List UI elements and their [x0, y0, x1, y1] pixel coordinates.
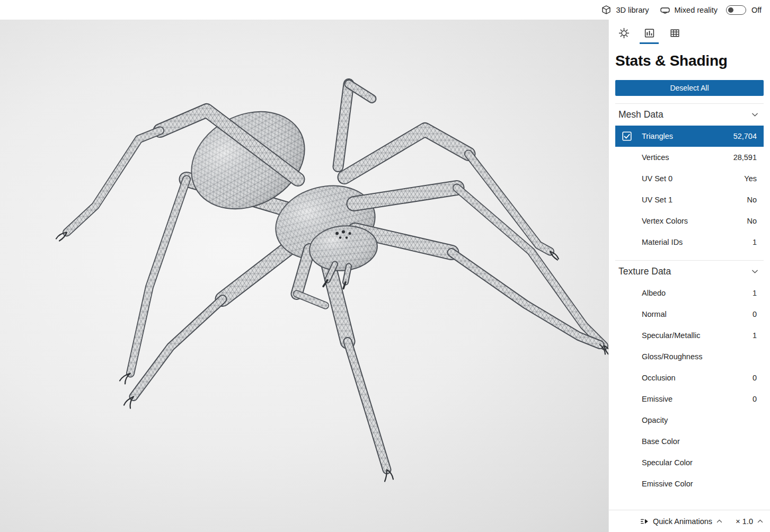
- stat-row-vertex-colors[interactable]: Vertex ColorsNo: [615, 210, 764, 232]
- playback-speed-button[interactable]: × 1.0: [734, 515, 765, 528]
- mixed-reality-icon: [660, 5, 670, 15]
- 3d-library-button[interactable]: 3D library: [596, 2, 654, 19]
- tab-grid[interactable]: [665, 24, 684, 44]
- stat-row-emissive-color[interactable]: Emissive Color: [615, 473, 764, 494]
- texture-data-rows: Albedo1Normal0Specular/Metallic1Gloss/Ro…: [609, 282, 770, 494]
- stat-label: Opacity: [642, 416, 757, 424]
- spider-wireframe-model: [0, 20, 608, 532]
- chevron-up-icon: [757, 518, 764, 525]
- stat-row-base-color[interactable]: Base Color: [615, 431, 764, 452]
- tab-stats-shading[interactable]: [640, 24, 659, 44]
- page-title: Stats & Shading: [615, 52, 764, 69]
- stat-value: No: [747, 217, 757, 225]
- texture-data-header[interactable]: Texture Data: [615, 260, 764, 282]
- stat-row-triangles[interactable]: Triangles52,704: [615, 126, 764, 147]
- quick-animations-icon: [640, 517, 649, 526]
- toggle-knob: [728, 7, 733, 13]
- stat-label: Albedo: [642, 289, 753, 297]
- cube-icon: [601, 5, 612, 15]
- stat-value: 1: [753, 238, 757, 246]
- stat-label: Gloss/Roughness: [642, 352, 757, 361]
- stat-row-uv-set-0[interactable]: UV Set 0Yes: [615, 168, 764, 189]
- stat-row-occlusion[interactable]: Occlusion0: [615, 367, 764, 388]
- stat-row-material-ids[interactable]: Material IDs1: [615, 232, 764, 253]
- stat-value: Yes: [744, 174, 757, 183]
- stat-row-specular-metallic[interactable]: Specular/Metallic1: [615, 325, 764, 346]
- mixed-reality-button[interactable]: Mixed reality: [654, 2, 723, 19]
- stat-label: Emissive: [642, 395, 753, 403]
- stat-row-opacity[interactable]: Opacity: [615, 410, 764, 431]
- topbar: 3D library Mixed reality Off: [0, 0, 770, 20]
- stat-label: Vertices: [642, 153, 733, 162]
- deselect-all-button[interactable]: Deselect All: [615, 80, 764, 96]
- grid-icon: [669, 28, 680, 39]
- stat-value: 52,704: [733, 132, 757, 140]
- bottom-toolbar: Quick Animations × 1.0: [609, 510, 770, 532]
- stat-row-albedo[interactable]: Albedo1: [615, 282, 764, 304]
- playback-speed-label: × 1.0: [736, 517, 753, 526]
- chevron-up-icon: [716, 518, 723, 525]
- stat-label: UV Set 0: [642, 174, 744, 183]
- lighting-sun-icon: [618, 28, 630, 39]
- app-window: 3D library Mixed reality Off: [0, 0, 770, 532]
- stat-label: Specular Color: [642, 458, 757, 467]
- stat-label: Specular/Metallic: [642, 331, 753, 340]
- stat-label: Emissive Color: [642, 480, 757, 488]
- stat-row-emissive[interactable]: Emissive0: [615, 388, 764, 410]
- stat-label: Triangles: [642, 132, 733, 140]
- stat-label: Normal: [642, 310, 753, 318]
- mixed-reality-toggle[interactable]: [726, 5, 746, 15]
- stat-value: 28,591: [733, 153, 757, 162]
- quick-animations-button[interactable]: Quick Animations: [639, 515, 724, 528]
- mixed-reality-label: Mixed reality: [675, 6, 718, 14]
- stat-value: 0: [753, 374, 757, 382]
- stat-row-gloss-roughness[interactable]: Gloss/Roughness: [615, 346, 764, 367]
- 3d-library-label: 3D library: [616, 6, 649, 14]
- stat-label: UV Set 1: [642, 196, 747, 204]
- mesh-data-rows: Triangles52,704Vertices28,591UV Set 0Yes…: [609, 126, 770, 253]
- stats-panel: Stats & Shading Deselect All Mesh Data T…: [608, 20, 770, 532]
- stat-row-normal[interactable]: Normal0: [615, 304, 764, 325]
- stat-value: No: [747, 196, 757, 204]
- quick-animations-label: Quick Animations: [653, 517, 712, 526]
- stat-label: Material IDs: [642, 238, 753, 246]
- tab-lighting[interactable]: [614, 24, 633, 44]
- texture-data-title: Texture Data: [618, 266, 671, 277]
- stat-value: 1: [753, 289, 757, 297]
- stat-row-uv-set-1[interactable]: UV Set 1No: [615, 189, 764, 210]
- main-area: Stats & Shading Deselect All Mesh Data T…: [0, 20, 770, 532]
- panel-tabs: [609, 20, 770, 44]
- mesh-data-header[interactable]: Mesh Data: [615, 103, 764, 126]
- mesh-data-title: Mesh Data: [618, 109, 663, 120]
- stat-value: 0: [753, 395, 757, 403]
- stats-chart-icon: [644, 28, 655, 39]
- stat-value: 1: [753, 331, 757, 340]
- 3d-viewport[interactable]: [0, 20, 608, 532]
- stat-label: Base Color: [642, 437, 757, 446]
- chevron-down-icon: [751, 268, 759, 276]
- stat-label: Vertex Colors: [642, 217, 747, 225]
- chevron-down-icon: [751, 111, 759, 119]
- stat-row-specular-color[interactable]: Specular Color: [615, 452, 764, 473]
- stat-value: 0: [753, 310, 757, 318]
- stat-row-vertices[interactable]: Vertices28,591: [615, 147, 764, 168]
- toggle-state-label: Off: [751, 6, 762, 14]
- checked-checkbox-icon[interactable]: [622, 131, 632, 141]
- stat-label: Occlusion: [642, 374, 753, 382]
